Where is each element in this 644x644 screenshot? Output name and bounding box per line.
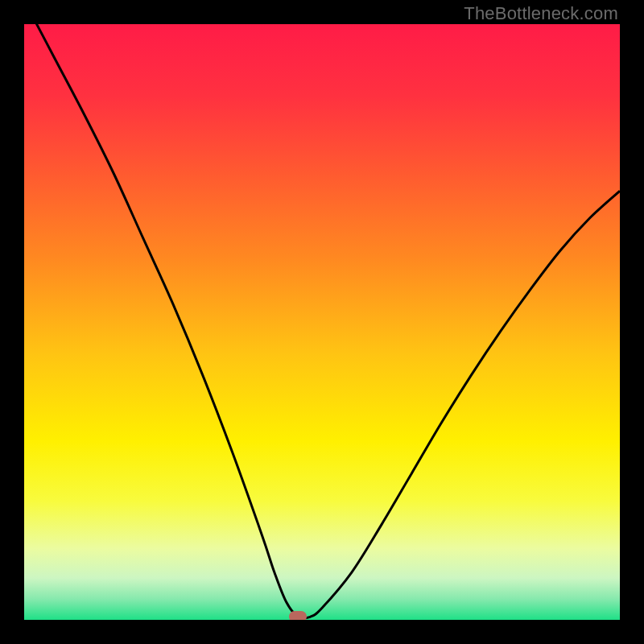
chart-frame: TheBottleneck.com bbox=[0, 0, 644, 644]
plot-area bbox=[24, 24, 620, 620]
curve-layer bbox=[24, 24, 620, 620]
bottleneck-curve bbox=[24, 24, 620, 618]
watermark-text: TheBottleneck.com bbox=[464, 3, 618, 24]
